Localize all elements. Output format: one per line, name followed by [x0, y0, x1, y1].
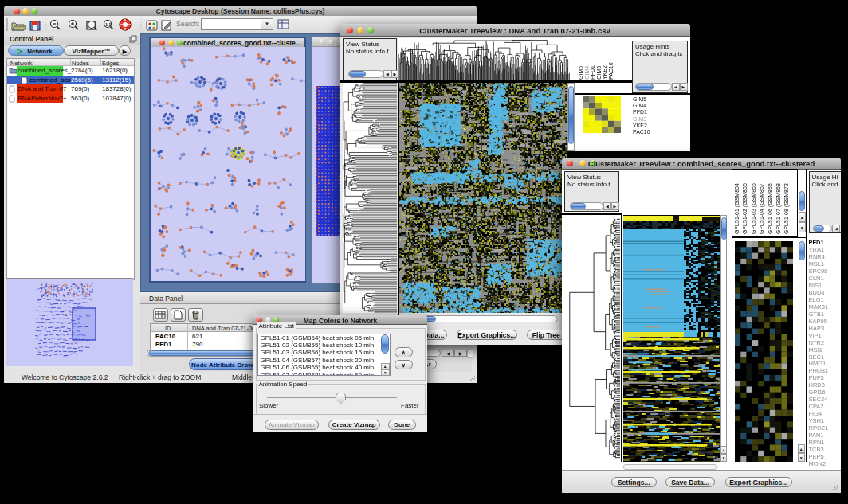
svg-text:PFD1: PFD1 [590, 65, 595, 80]
svg-text:GIM4: GIM4 [584, 66, 590, 80]
svg-text:GIM3: GIM3 [596, 66, 602, 80]
svg-text:GPL51-02 (GSM855: GPL51-02 (GSM855 [742, 183, 748, 234]
svg-text:1:1: 1:1 [105, 22, 111, 27]
svg-text:PAC10: PAC10 [608, 62, 614, 80]
svg-text:GPL51-07 (GSM868: GPL51-07 (GSM868 [775, 183, 782, 234]
svg-text:GPL51-03 (GSM856: GPL51-03 (GSM856 [751, 183, 757, 234]
svg-text:GIM5: GIM5 [578, 66, 583, 80]
svg-text:GPL51-04 (GSM857: GPL51-04 (GSM857 [759, 183, 765, 234]
svg-text:GPL51-06 (GSM865: GPL51-06 (GSM865 [768, 183, 774, 234]
svg-text:GPL51-01 (GSM854: GPL51-01 (GSM854 [734, 183, 740, 234]
svg-text:GPL51-08 (GSM872: GPL51-08 (GSM872 [783, 183, 790, 234]
svg-text:YKE2: YKE2 [602, 65, 607, 80]
